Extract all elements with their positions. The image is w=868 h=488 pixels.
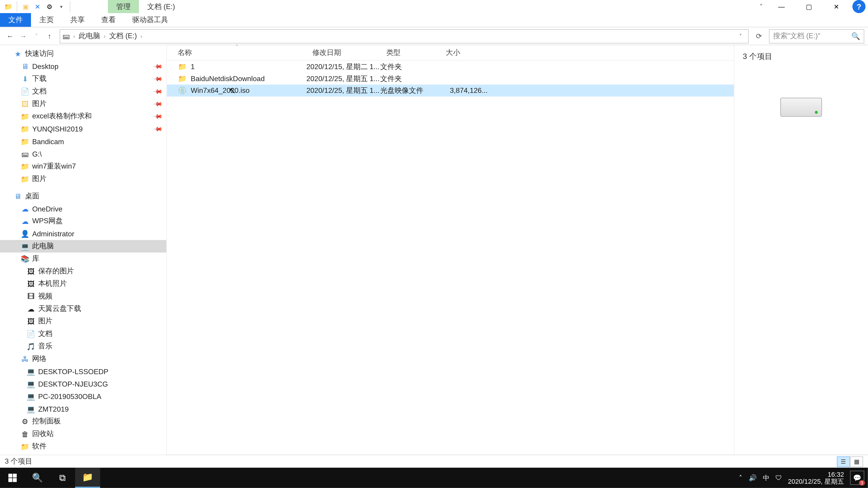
tree-pictures2[interactable]: 📁图片 — [0, 173, 166, 185]
tree-label: 软件 — [32, 442, 46, 452]
chevron-right-icon[interactable]: › — [103, 33, 107, 39]
properties-icon[interactable]: ▣ — [20, 1, 32, 13]
chevron-right-icon[interactable]: › — [139, 33, 143, 39]
tree-label: 网络 — [32, 354, 46, 364]
nav-forward-button[interactable]: → — [17, 30, 30, 43]
tree-pc2[interactable]: 💻DESKTOP-NJEU3CG — [0, 378, 166, 390]
sort-indicator-icon: ˄ — [236, 44, 239, 50]
ime-indicator[interactable]: 中 — [763, 473, 770, 482]
explorer-taskbar-button[interactable]: 📁 — [75, 468, 100, 488]
navigation-tree[interactable]: ★快速访问 🖥Desktop📌 ⬇下载📌 📄文档📌 🖼图片📌 📁excel表格制… — [0, 45, 167, 455]
refresh-button[interactable]: ⟳ — [752, 30, 765, 43]
tree-label: 桌面 — [25, 191, 39, 201]
column-size[interactable]: 大小 — [440, 48, 488, 58]
nav-history-dropdown[interactable]: ˅ — [30, 30, 43, 43]
chevron-right-icon[interactable]: › — [72, 33, 76, 39]
address-dropdown-icon[interactable]: ˅ — [736, 33, 746, 39]
nav-back-button[interactable]: ← — [4, 30, 17, 43]
nav-up-button[interactable]: ↑ — [43, 30, 56, 43]
tray-overflow-icon[interactable]: ˄ — [739, 474, 743, 482]
divider — [70, 1, 70, 12]
task-view-button[interactable]: ⧉ — [50, 468, 75, 488]
folder-icon: 📁 — [178, 62, 187, 71]
tree-desktop-root[interactable]: 🖥桌面 — [0, 190, 166, 202]
start-button[interactable] — [0, 468, 25, 488]
tiles-view-button[interactable]: ▦ — [850, 456, 863, 467]
tab-file[interactable]: 文件 — [0, 13, 31, 27]
tree-pc4[interactable]: 💻ZMT2019 — [0, 403, 166, 415]
close-button[interactable]: ✕ — [823, 0, 850, 13]
security-icon[interactable]: 🛡 — [775, 474, 782, 482]
tree-gdrive[interactable]: 🖴G:\ — [0, 148, 166, 160]
tree-pc3[interactable]: 💻PC-20190530OBLA — [0, 390, 166, 402]
breadcrumb-drive[interactable]: 文档 (E:) — [109, 31, 137, 41]
folder-icon: 📁 — [20, 454, 30, 455]
search-button[interactable]: 🔍 — [25, 468, 50, 488]
tree-pc1[interactable]: 💻DESKTOP-LSSOEDP — [0, 365, 166, 378]
tree-thispc[interactable]: 💻此电脑 — [0, 240, 166, 253]
tree-video[interactable]: 🎞视频 — [0, 290, 166, 302]
tab-home[interactable]: 主页 — [31, 13, 62, 27]
address-bar[interactable]: 🖴 › 此电脑 › 文档 (E:) › ˅ — [60, 29, 749, 43]
tree-wps[interactable]: ☁WPS网盘 — [0, 215, 166, 228]
tree-pictures3[interactable]: 🖼图片 — [0, 315, 166, 328]
tree-pictures[interactable]: 🖼图片📌 — [0, 98, 166, 110]
tree-label: 图片 — [32, 99, 46, 109]
tree-software[interactable]: 📁软件 — [0, 440, 166, 453]
tree-network[interactable]: 🖧网络 — [0, 353, 166, 365]
system-menu-icon[interactable]: 📁 — [2, 1, 14, 13]
action-center-button[interactable]: 💬 3 — [850, 470, 864, 485]
tree-saved-pics[interactable]: 🖼保存的图片 — [0, 265, 166, 278]
search-input[interactable]: 搜索"文档 (E:)" 🔍 — [769, 29, 864, 43]
tree-downloads[interactable]: ⬇下载📌 — [0, 73, 166, 85]
app-icon[interactable]: ⚙ — [43, 1, 56, 13]
tree-documents[interactable]: 📄文档📌 — [0, 85, 166, 98]
tree-desktop[interactable]: 🖥Desktop📌 — [0, 60, 166, 72]
breadcrumb-thispc[interactable]: 此电脑 — [79, 31, 100, 41]
file-row[interactable]: 📁BaiduNetdiskDownload 2020/12/25, 星期五 1.… — [167, 73, 734, 85]
pictures-icon: 🖼 — [26, 267, 36, 276]
column-modified[interactable]: 修改日期 — [306, 48, 380, 58]
tree-library[interactable]: 📚库 — [0, 253, 166, 265]
qat-dropdown-icon[interactable]: ▾ — [55, 1, 67, 13]
tab-view[interactable]: 查看 — [93, 13, 124, 27]
details-view-button[interactable]: ☰ — [837, 456, 850, 467]
volume-icon[interactable]: 🔊 — [749, 474, 757, 482]
tree-bandicam[interactable]: 📁Bandicam — [0, 135, 166, 148]
context-tab-manage[interactable]: 管理 — [108, 0, 139, 13]
file-row[interactable]: 📁1 2020/12/15, 星期二 1... 文件夹 — [167, 61, 734, 73]
tree-tianyi[interactable]: ☁天翼云盘下载 — [0, 303, 166, 315]
drive-icon: 🖴 — [20, 149, 30, 159]
folder-icon: 📁 — [82, 472, 93, 483]
tree-files[interactable]: 📁文件 — [0, 453, 166, 455]
help-icon[interactable]: ? — [852, 0, 866, 13]
tree-quick-access[interactable]: ★快速访问 — [0, 48, 166, 60]
tree-yunqishi[interactable]: 📁YUNQISHI2019📌 — [0, 123, 166, 135]
tree-control-panel[interactable]: ⚙控制面板 — [0, 415, 166, 428]
taskbar-clock[interactable]: 16:32 2020/12/25, 星期五 — [788, 470, 844, 485]
file-row-selected[interactable]: 💿Win7x64_2020.iso 2020/12/25, 星期五 1... 光… — [167, 85, 734, 96]
tree-win7reinstall[interactable]: 📁win7重装win7 — [0, 160, 166, 173]
tree-music[interactable]: 🎵音乐 — [0, 340, 166, 353]
file-list-pane[interactable]: ˄ 名称 修改日期 类型 大小 📁1 2020/12/15, 星期二 1... … — [167, 45, 734, 455]
ribbon-context-group: 管理 文档 (E:) — [108, 0, 183, 13]
tab-share[interactable]: 共享 — [62, 13, 93, 27]
folder-icon: 📁 — [20, 174, 30, 184]
tab-drive-tools[interactable]: 驱动器工具 — [124, 13, 176, 27]
new-folder-icon[interactable]: ✕ — [32, 1, 43, 13]
pictures-icon: 🖼 — [20, 99, 30, 109]
tree-onedrive[interactable]: ☁OneDrive — [0, 203, 166, 215]
maximize-button[interactable]: ▢ — [795, 0, 823, 13]
search-icon[interactable]: 🔍 — [851, 32, 860, 40]
tree-admin[interactable]: 👤Administrator — [0, 228, 166, 240]
tree-documents2[interactable]: 📄文档 — [0, 328, 166, 340]
column-headers: ˄ 名称 修改日期 类型 大小 — [167, 45, 734, 61]
minimize-button[interactable]: — — [768, 0, 795, 13]
tree-camera-roll[interactable]: 🖼本机照片 — [0, 278, 166, 290]
ribbon-collapse-icon[interactable]: ˅ — [754, 0, 768, 13]
column-type[interactable]: 类型 — [380, 48, 440, 58]
tree-excel[interactable]: 📁excel表格制作求和📌 — [0, 110, 166, 123]
file-type: 文件夹 — [380, 62, 440, 72]
tree-recycle[interactable]: 🗑回收站 — [0, 428, 166, 440]
tree-label: 库 — [32, 254, 39, 264]
